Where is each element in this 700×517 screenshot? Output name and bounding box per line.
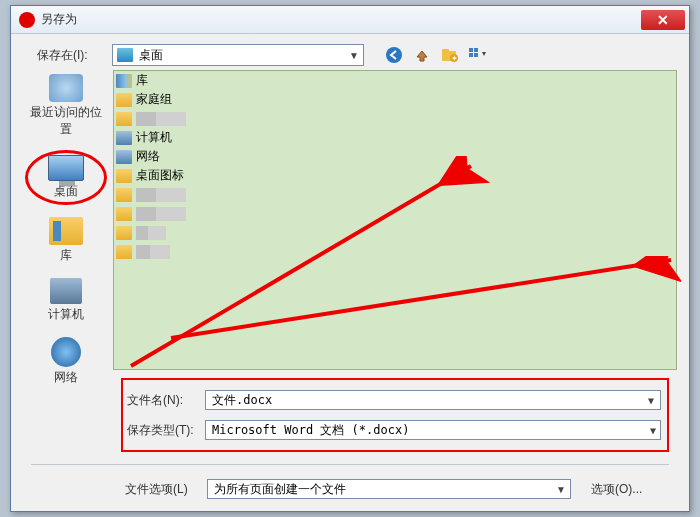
libraries-icon <box>49 217 83 245</box>
list-item[interactable] <box>114 109 676 128</box>
sidebar-item-desktop[interactable]: 桌面 <box>25 150 107 205</box>
list-item[interactable] <box>114 223 676 242</box>
file-options-dropdown[interactable]: 为所有页面创建一个文件▼ <box>207 479 571 499</box>
svg-point-0 <box>386 47 402 63</box>
computer-icon <box>50 278 82 304</box>
chevron-down-icon[interactable]: ▼ <box>648 395 654 406</box>
svg-rect-2 <box>442 49 449 53</box>
folder-icon <box>116 226 132 240</box>
sidebar-item-libraries[interactable]: 库 <box>25 215 107 266</box>
save-as-dialog: 另存为 ✕ 保存在(I): 桌面 ▼ ✦ 最近访问的位置 桌面 <box>10 5 690 512</box>
desktop-icon <box>117 48 133 62</box>
list-item[interactable]: 库 <box>114 71 676 90</box>
chevron-down-icon: ▼ <box>556 484 566 495</box>
filename-label: 文件名(N): <box>123 392 205 409</box>
sidebar-item-computer[interactable]: 计算机 <box>25 276 107 325</box>
censored-text <box>136 226 166 240</box>
form-area: 文件名(N): 文件.docx▼ 保存类型(T): Microsoft Word… <box>121 378 669 452</box>
censored-text <box>136 188 186 202</box>
network-icon <box>51 337 81 367</box>
content-area: 最近访问的位置 桌面 库 计算机 网络 库 家庭组 计算机 <box>11 70 689 370</box>
location-value: 桌面 <box>139 47 163 64</box>
save-in-label: 保存在(I): <box>37 47 112 64</box>
list-item[interactable]: 计算机 <box>114 128 676 147</box>
filetype-label: 保存类型(T): <box>123 422 205 439</box>
sidebar-item-network[interactable]: 网络 <box>25 335 107 388</box>
list-item[interactable]: 家庭组 <box>114 90 676 109</box>
location-dropdown[interactable]: 桌面 ▼ <box>112 44 364 66</box>
list-item[interactable] <box>114 242 676 261</box>
titlebar: 另存为 ✕ <box>11 6 689 34</box>
places-sidebar: 最近访问的位置 桌面 库 计算机 网络 <box>23 70 109 370</box>
computer-icon <box>116 131 132 145</box>
library-icon <box>116 74 132 88</box>
list-item[interactable]: 桌面图标 <box>114 166 676 185</box>
svg-text:✦: ✦ <box>451 54 458 62</box>
sidebar-item-recent[interactable]: 最近访问的位置 <box>25 72 107 140</box>
desktop-icon <box>48 155 84 181</box>
file-options-row: 文件选项(L) 为所有页面创建一个文件▼ 选项(O)... <box>125 479 669 499</box>
folder-icon <box>116 245 132 259</box>
view-menu-icon[interactable] <box>468 45 488 65</box>
folder-icon <box>116 188 132 202</box>
options-button[interactable]: 选项(O)... <box>591 481 669 498</box>
list-item[interactable]: 网络 <box>114 147 676 166</box>
sidebar-item-label: 计算机 <box>48 306 84 323</box>
dialog-title: 另存为 <box>41 11 641 28</box>
filename-input[interactable]: 文件.docx▼ <box>205 390 661 410</box>
chevron-down-icon: ▼ <box>650 425 656 436</box>
form-highlight-box: 文件名(N): 文件.docx▼ 保存类型(T): Microsoft Word… <box>121 378 669 452</box>
svg-rect-5 <box>469 48 473 52</box>
back-icon[interactable] <box>384 45 404 65</box>
location-toolbar: 保存在(I): 桌面 ▼ ✦ <box>11 40 689 70</box>
folder-icon <box>116 207 132 221</box>
filetype-dropdown[interactable]: Microsoft Word 文档 (*.docx)▼ <box>205 420 661 440</box>
folder-icon <box>116 169 132 183</box>
file-list[interactable]: 库 家庭组 计算机 网络 桌面图标 <box>113 70 677 370</box>
svg-rect-6 <box>474 48 478 52</box>
svg-rect-8 <box>474 53 478 57</box>
network-icon <box>116 150 132 164</box>
chevron-down-icon: ▼ <box>349 50 359 61</box>
censored-text <box>136 112 186 126</box>
list-item[interactable] <box>114 185 676 204</box>
censored-text <box>136 207 186 221</box>
sidebar-item-label: 最近访问的位置 <box>27 104 105 138</box>
divider <box>31 464 669 465</box>
svg-rect-7 <box>469 53 473 57</box>
recent-icon <box>49 74 83 102</box>
close-button[interactable]: ✕ <box>641 10 685 30</box>
nav-icons: ✦ <box>384 45 488 65</box>
file-options-label: 文件选项(L) <box>125 481 207 498</box>
app-icon <box>19 12 35 28</box>
sidebar-item-label: 库 <box>60 247 72 264</box>
folder-icon <box>116 112 132 126</box>
folder-icon <box>116 93 132 107</box>
list-item[interactable] <box>114 204 676 223</box>
up-icon[interactable] <box>412 45 432 65</box>
new-folder-icon[interactable]: ✦ <box>440 45 460 65</box>
censored-text <box>136 245 170 259</box>
sidebar-item-label: 网络 <box>54 369 78 386</box>
